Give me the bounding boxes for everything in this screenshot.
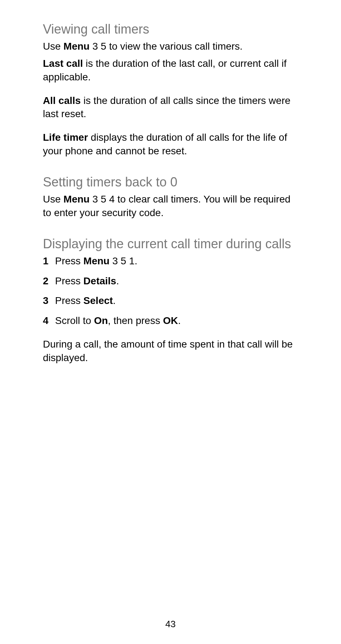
- bold-menu: Menu: [64, 41, 90, 52]
- text: Press: [55, 295, 83, 306]
- page-number: 43: [0, 619, 341, 630]
- heading-viewing-call-timers: Viewing call timers: [43, 21, 298, 37]
- step-item: 2 Press Details.: [43, 274, 298, 288]
- step-text: Scroll to On, then press OK.: [55, 314, 298, 328]
- text: .: [178, 315, 181, 326]
- step-number: 1: [43, 254, 55, 268]
- bold-all-calls: All calls: [43, 95, 81, 106]
- heading-setting-timers-back: Setting timers back to 0: [43, 174, 298, 190]
- bold-select: Select: [83, 295, 113, 306]
- bold-on: On: [94, 315, 108, 326]
- text: Scroll to: [55, 315, 94, 326]
- text: 3 5 1.: [109, 255, 137, 266]
- step-text: Press Menu 3 5 1.: [55, 254, 298, 268]
- text: Use: [43, 194, 64, 205]
- step-item: 1 Press Menu 3 5 1.: [43, 254, 298, 268]
- paragraph: All calls is the duration of all calls s…: [43, 94, 298, 121]
- bold-ok: OK: [163, 315, 178, 326]
- bold-menu: Menu: [83, 255, 109, 266]
- paragraph: During a call, the amount of time spent …: [43, 338, 298, 365]
- step-number: 4: [43, 314, 55, 328]
- text: Press: [55, 275, 83, 286]
- text: Use: [43, 41, 64, 52]
- step-number: 3: [43, 294, 55, 308]
- paragraph: Use Menu 3 5 4 to clear call timers. You…: [43, 193, 298, 220]
- heading-displaying-current-call-timer: Displaying the current call timer during…: [43, 236, 298, 251]
- text: Press: [55, 255, 83, 266]
- paragraph: Life timer displays the duration of all …: [43, 131, 298, 158]
- paragraph: Last call is the duration of the last ca…: [43, 57, 298, 84]
- step-item: 3 Press Select.: [43, 294, 298, 308]
- document-page: Viewing call timers Use Menu 3 5 to view…: [0, 0, 341, 644]
- text: .: [116, 275, 119, 286]
- step-text: Press Select.: [55, 294, 298, 308]
- bold-life-timer: Life timer: [43, 132, 88, 143]
- step-item: 4 Scroll to On, then press OK.: [43, 314, 298, 328]
- numbered-steps: 1 Press Menu 3 5 1. 2 Press Details. 3 P…: [43, 254, 298, 328]
- text: 3 5 to view the various call timers.: [90, 41, 243, 52]
- text: .: [113, 295, 116, 306]
- bold-details: Details: [83, 275, 116, 286]
- step-text: Press Details.: [55, 274, 298, 288]
- bold-menu: Menu: [64, 194, 90, 205]
- bold-last-call: Last call: [43, 58, 83, 69]
- text: , then press: [108, 315, 163, 326]
- paragraph: Use Menu 3 5 to view the various call ti…: [43, 40, 298, 53]
- step-number: 2: [43, 274, 55, 288]
